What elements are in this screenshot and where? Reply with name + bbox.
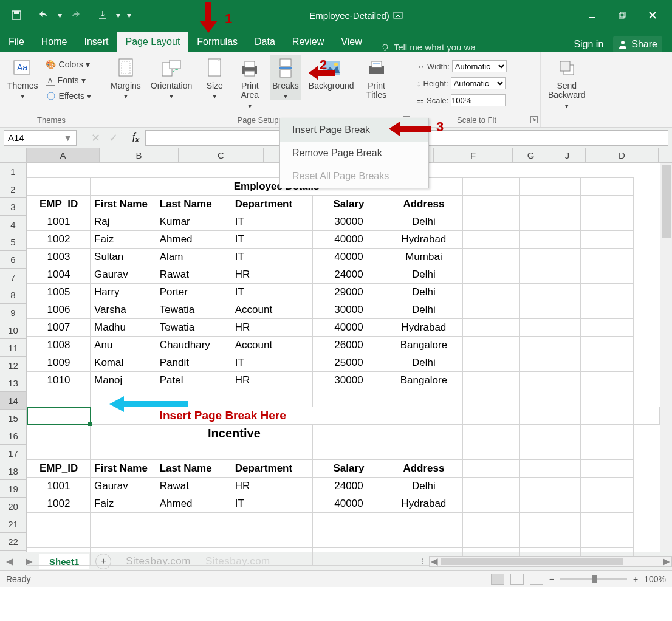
cell[interactable]: Delhi xyxy=(385,354,462,372)
cell[interactable]: 1004 xyxy=(27,266,91,284)
fx-icon[interactable]: fx xyxy=(126,131,145,144)
cell[interactable] xyxy=(519,442,580,460)
cell[interactable] xyxy=(313,548,385,566)
cell[interactable]: 1001 xyxy=(27,213,91,231)
cell[interactable]: Tewatia xyxy=(156,319,231,337)
cell[interactable]: Alam xyxy=(156,249,231,266)
cell[interactable] xyxy=(634,407,660,425)
row-header-19[interactable]: 19 xyxy=(0,480,26,498)
zoom-slider[interactable] xyxy=(560,578,627,580)
cell[interactable] xyxy=(463,231,520,249)
view-normal-icon[interactable] xyxy=(491,574,504,585)
tab-home[interactable]: Home xyxy=(33,32,76,52)
accept-formula-icon[interactable]: ✓ xyxy=(109,131,118,145)
cell[interactable] xyxy=(463,442,520,460)
horizontal-scrollbar[interactable]: ◀ ▶ xyxy=(429,556,672,567)
cell[interactable] xyxy=(27,513,91,530)
cell[interactable] xyxy=(463,178,520,196)
cell[interactable] xyxy=(463,266,520,284)
cell[interactable] xyxy=(91,530,156,548)
cell[interactable]: Insert Page Break Here xyxy=(156,407,385,425)
cell[interactable] xyxy=(463,495,520,513)
cell[interactable]: IT xyxy=(231,249,312,266)
row-header-13[interactable]: 13 xyxy=(0,374,26,392)
cell[interactable]: IT xyxy=(231,495,312,513)
cell[interactable] xyxy=(313,530,385,548)
cell[interactable] xyxy=(313,389,385,407)
cell[interactable] xyxy=(519,213,580,231)
save-icon[interactable] xyxy=(9,7,24,23)
cell[interactable] xyxy=(580,442,633,460)
cell[interactable]: 1005 xyxy=(27,284,91,301)
row-header-12[interactable]: 12 xyxy=(0,357,26,374)
share-button[interactable]: Share xyxy=(613,36,662,52)
cell[interactable]: HR xyxy=(231,478,312,495)
cell[interactable]: Sultan xyxy=(91,249,156,266)
cell[interactable]: Hydrabad xyxy=(385,495,462,513)
cell[interactable] xyxy=(580,407,633,425)
cell[interactable]: 1001 xyxy=(27,478,91,495)
cell[interactable] xyxy=(463,354,520,372)
restore-button[interactable] xyxy=(610,6,634,24)
cell[interactable]: IT xyxy=(231,213,312,231)
cell[interactable] xyxy=(385,425,462,442)
cell[interactable]: Kumar xyxy=(156,213,231,231)
cell[interactable]: 1006 xyxy=(27,301,91,319)
row-header-22[interactable]: 22 xyxy=(0,533,26,551)
cell[interactable]: 40000 xyxy=(313,249,385,266)
cell[interactable]: IT xyxy=(231,354,312,372)
row-header-11[interactable]: 11 xyxy=(0,339,26,357)
tab-insert[interactable]: Insert xyxy=(75,32,117,52)
cell[interactable] xyxy=(463,478,520,495)
cell[interactable] xyxy=(463,530,520,548)
cell[interactable]: Delhi xyxy=(385,213,462,231)
orientation-button[interactable]: Orientation▼ xyxy=(148,55,194,100)
cell[interactable] xyxy=(313,513,385,530)
cell[interactable] xyxy=(463,319,520,337)
col-header-J[interactable]: J xyxy=(549,148,586,162)
cell[interactable] xyxy=(519,337,580,354)
cell[interactable] xyxy=(231,389,312,407)
breaks-button[interactable]: Breaks▼ xyxy=(270,55,301,100)
cell[interactable] xyxy=(313,442,385,460)
cell[interactable]: Ahmed xyxy=(156,231,231,249)
row-header-17[interactable]: 17 xyxy=(0,445,26,462)
cell[interactable]: Tewatia xyxy=(156,301,231,319)
cell[interactable]: 1003 xyxy=(27,249,91,266)
cell[interactable] xyxy=(519,284,580,301)
name-box[interactable]: A14▼ xyxy=(4,130,77,146)
cell[interactable]: 1008 xyxy=(27,337,91,354)
row-header-4[interactable]: 4 xyxy=(0,216,26,233)
cell[interactable] xyxy=(580,372,633,389)
size-button[interactable]: Size▼ xyxy=(199,55,230,100)
cell[interactable]: Gaurav xyxy=(91,266,156,284)
vertical-scrollbar[interactable] xyxy=(660,163,672,552)
cell[interactable]: HR xyxy=(231,319,312,337)
cell[interactable] xyxy=(27,530,91,548)
row-header-3[interactable]: 3 xyxy=(0,198,26,216)
fonts-button[interactable]: AFonts ▾ xyxy=(46,73,92,87)
cell[interactable]: Manoj xyxy=(91,372,156,389)
row-header-20[interactable]: 20 xyxy=(0,498,26,515)
cell[interactable] xyxy=(519,178,580,196)
tab-page-layout[interactable]: Page Layout xyxy=(117,32,188,52)
cell[interactable]: Hydrabad xyxy=(385,231,462,249)
send-backward-button[interactable]: Send Backward▼ xyxy=(546,55,588,109)
zoom-out-button[interactable]: − xyxy=(549,574,554,584)
row-header-9[interactable]: 9 xyxy=(0,304,26,321)
col-header-B[interactable]: B xyxy=(100,148,179,162)
cell[interactable] xyxy=(580,337,633,354)
cell[interactable] xyxy=(156,513,231,530)
cell[interactable]: Salary xyxy=(313,460,385,478)
cell[interactable]: Komal xyxy=(91,354,156,372)
undo-icon[interactable] xyxy=(36,7,52,23)
cell[interactable]: Bangalore xyxy=(385,372,462,389)
cell[interactable]: Patel xyxy=(156,372,231,389)
cell[interactable] xyxy=(519,407,580,425)
cell[interactable]: Last Name xyxy=(156,196,231,213)
cell[interactable] xyxy=(519,196,580,213)
cell[interactable] xyxy=(91,425,156,442)
cell[interactable] xyxy=(519,425,580,442)
width-select[interactable]: Automatic xyxy=(452,60,507,72)
effects-button[interactable]: Effects ▾ xyxy=(46,89,92,103)
